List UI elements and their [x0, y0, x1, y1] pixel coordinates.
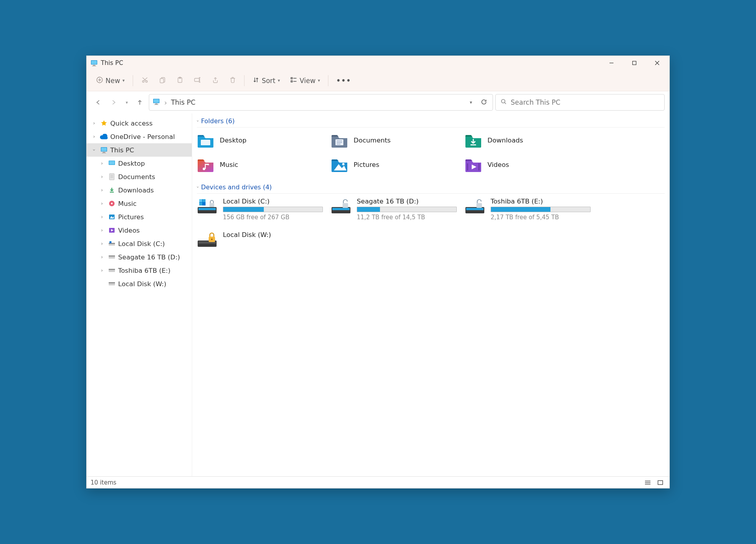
folder-desktop[interactable]: Desktop [197, 131, 323, 149]
sidebar-item-videos[interactable]: › Videos [87, 224, 192, 237]
more-icon: ••• [336, 77, 352, 85]
chevron-right-icon[interactable]: › [98, 187, 106, 193]
sidebar-item-desktop[interactable]: › Desktop [87, 157, 192, 170]
svg-rect-2 [93, 65, 95, 66]
titlebar: This PC [87, 56, 669, 70]
address-bar[interactable]: › This PC ▾ [149, 94, 493, 111]
svg-rect-28 [154, 99, 159, 103]
chevron-right-icon[interactable]: › [98, 228, 106, 233]
status-bar: 10 items [87, 476, 669, 488]
drive-local-c[interactable]: Local Disk (C:) 156 GB free of 267 GB [197, 198, 323, 221]
sidebar-item-local-disk-w[interactable]: Local Disk (W:) [87, 277, 192, 291]
drive-toshiba-e[interactable]: Toshiba 6TB (E:) 2,17 TB free of 5,45 TB [465, 198, 591, 221]
capacity-bar [357, 207, 457, 212]
drive-icon [108, 240, 116, 248]
svg-rect-39 [109, 174, 114, 180]
svg-point-44 [111, 203, 113, 204]
folder-videos[interactable]: Videos [465, 156, 591, 173]
chevron-right-icon[interactable]: › [98, 214, 106, 220]
new-button[interactable]: New ▾ [91, 73, 130, 89]
forward-button[interactable] [107, 96, 120, 109]
delete-button[interactable] [224, 73, 241, 89]
chevron-down-icon: ▾ [122, 78, 125, 83]
drive-seagate-d[interactable]: Seagate 16 TB (D:) 11,2 TB free of 14,5 … [331, 198, 457, 221]
search-box[interactable] [495, 94, 665, 111]
chevron-right-icon[interactable]: › [98, 201, 106, 206]
cut-button[interactable] [136, 73, 154, 89]
sidebar-item-pictures[interactable]: › Pictures [87, 210, 192, 224]
sidebar-item-music[interactable]: › Music [87, 197, 192, 210]
videos-folder-icon [465, 157, 482, 172]
view-button[interactable]: View ▾ [285, 73, 325, 89]
sidebar-item-quick-access[interactable]: › Quick access [87, 117, 192, 130]
chevron-right-icon[interactable]: › [98, 254, 106, 260]
chevron-right-icon[interactable]: › [98, 174, 106, 179]
close-button[interactable] [646, 56, 669, 70]
documents-icon [108, 173, 116, 181]
folder-pictures[interactable]: Pictures [331, 156, 457, 173]
svg-rect-30 [154, 104, 158, 105]
content-pane: › Folders (6) Desktop Documents Download… [192, 113, 669, 476]
copy-button[interactable] [154, 73, 171, 89]
copy-icon [159, 76, 166, 85]
svg-rect-5 [633, 61, 636, 65]
rename-icon [194, 76, 202, 85]
sidebar-item-onedrive[interactable]: › OneDrive - Personal [87, 130, 192, 143]
group-header-folders[interactable]: › Folders (6) [197, 116, 665, 128]
chevron-right-icon[interactable]: › [98, 161, 106, 166]
chevron-down-icon[interactable]: › [91, 146, 97, 154]
details-view-button[interactable] [643, 479, 653, 487]
this-pc-icon [100, 146, 108, 154]
svg-rect-16 [160, 78, 163, 83]
search-input[interactable] [511, 98, 660, 106]
address-dropdown[interactable]: ▾ [467, 100, 474, 105]
rename-button[interactable] [189, 73, 206, 89]
scissors-icon [141, 76, 149, 85]
folder-music[interactable]: Music [197, 156, 323, 173]
sort-icon [252, 76, 259, 85]
minimize-button[interactable] [600, 56, 623, 70]
sidebar-item-toshiba-e[interactable]: › Toshiba 6TB (E:) [87, 264, 192, 277]
folder-documents[interactable]: Documents [331, 131, 457, 149]
sidebar-item-this-pc[interactable]: › This PC [87, 143, 192, 157]
maximize-button[interactable] [623, 56, 646, 70]
drive-local-w[interactable]: Local Disk (W:) [197, 231, 323, 248]
explorer-window: This PC New ▾ Sort ▾ View ▾ ••• [86, 56, 670, 488]
group-header-drives[interactable]: › Devices and drives (4) [197, 182, 665, 194]
sidebar-item-local-disk-c[interactable]: › Local Disk (C:) [87, 237, 192, 250]
sidebar-item-downloads[interactable]: › Downloads [87, 183, 192, 197]
svg-rect-91 [658, 481, 663, 485]
folder-downloads[interactable]: Downloads [465, 131, 591, 149]
sidebar-item-documents[interactable]: › Documents [87, 170, 192, 183]
up-button[interactable] [133, 96, 146, 109]
videos-icon [108, 226, 116, 234]
star-icon [100, 119, 108, 127]
music-icon [108, 200, 116, 207]
large-icons-view-button[interactable] [655, 479, 665, 487]
window-title: This PC [101, 59, 123, 67]
sort-button[interactable]: Sort ▾ [248, 73, 285, 89]
svg-rect-68 [467, 163, 468, 170]
paste-button[interactable] [172, 73, 188, 89]
svg-rect-72 [198, 208, 216, 210]
nav-row: ▾ › This PC ▾ [87, 91, 669, 113]
back-button[interactable] [91, 96, 105, 109]
desktop-folder-icon [197, 133, 214, 148]
share-button[interactable] [207, 73, 224, 89]
recent-dropdown[interactable]: ▾ [123, 96, 131, 109]
drive-icon [108, 280, 116, 288]
more-button[interactable]: ••• [332, 73, 356, 89]
breadcrumb-location[interactable]: This PC [171, 98, 195, 106]
chevron-right-icon[interactable]: › [98, 241, 106, 246]
svg-rect-65 [205, 164, 206, 169]
svg-point-87 [211, 239, 213, 240]
chevron-right-icon[interactable]: › [91, 120, 98, 126]
refresh-button[interactable] [478, 98, 489, 107]
svg-rect-55 [109, 269, 115, 270]
chevron-right-icon[interactable]: › [91, 134, 98, 139]
drive-unlocked-icon [465, 198, 485, 214]
capacity-bar [223, 207, 323, 212]
chevron-right-icon[interactable]: › [98, 268, 106, 273]
toolbar: New ▾ Sort ▾ View ▾ ••• [87, 70, 669, 91]
sidebar-item-seagate-d[interactable]: › Seagate 16 TB (D:) [87, 250, 192, 264]
